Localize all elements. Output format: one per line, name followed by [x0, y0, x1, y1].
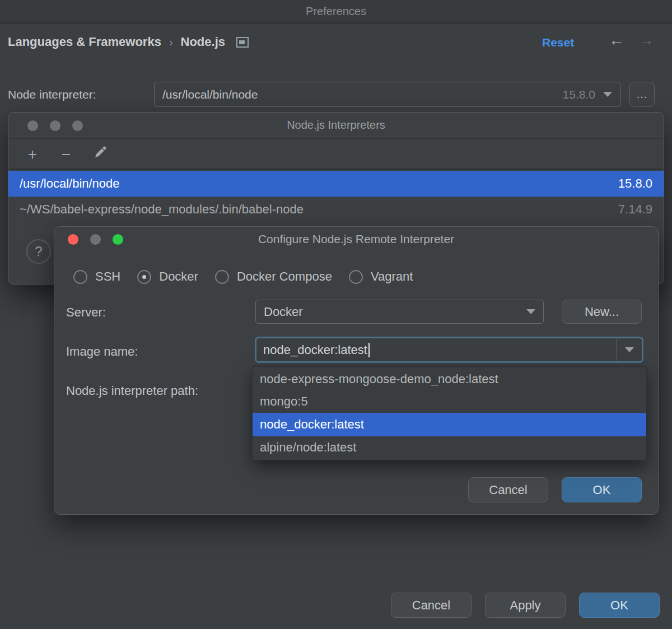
zoom-traffic-icon[interactable] — [113, 234, 123, 245]
radio-docker-label: Docker — [159, 269, 198, 284]
image-suggestions-popup: node-express-mongoose-demo_node:latest m… — [252, 366, 647, 460]
suggestion-item[interactable]: node-express-mongoose-demo_node:latest — [253, 368, 646, 390]
text-caret — [368, 343, 370, 357]
suggestion-item[interactable]: mongo:5 — [253, 390, 646, 413]
node-interpreter-value: /usr/local/bin/node — [162, 88, 563, 101]
reset-button[interactable]: Reset — [542, 36, 574, 49]
chevron-down-icon — [526, 309, 535, 314]
server-select[interactable]: Docker — [255, 300, 544, 324]
ok-button[interactable]: OK — [562, 477, 642, 502]
breadcrumb-section[interactable]: Languages & Frameworks — [8, 35, 161, 49]
breadcrumb-page: Node.js — [181, 35, 225, 49]
server-label: Server: — [66, 305, 106, 320]
interpreter-row-selected[interactable]: /usr/local/bin/node 15.8.0 — [8, 171, 664, 197]
cancel-button[interactable]: Cancel — [468, 477, 548, 502]
radio-vagrant-label: Vagrant — [371, 269, 413, 284]
interpreter-version: 7.14.9 — [618, 202, 652, 217]
interpreter-path-label: Node.js interpreter path: — [66, 384, 198, 398]
interpreters-dialog-title: Node.js Interpreters — [287, 119, 385, 132]
interpreters-toolbar: + − — [8, 140, 664, 170]
radio-circle-icon[interactable] — [215, 270, 229, 284]
image-name-value: node_docker:latest — [263, 343, 367, 357]
interpreter-version: 15.8.0 — [618, 176, 652, 191]
image-name-combobox[interactable]: node_docker:latest — [255, 337, 643, 363]
suggestion-item[interactable]: alpine/node:latest — [253, 436, 646, 459]
minimize-traffic-icon[interactable] — [50, 120, 60, 131]
image-name-label: Image name: — [66, 344, 138, 359]
node-interpreter-version: 15.8.0 — [563, 88, 595, 101]
help-button[interactable]: ? — [26, 239, 51, 264]
forward-arrow-icon: → — [638, 31, 654, 49]
configure-dialog-title: Configure Node.js Remote Interpreter — [258, 232, 454, 246]
minimize-traffic-icon[interactable] — [90, 234, 101, 245]
interpreter-path: /usr/local/bin/node — [20, 176, 618, 191]
node-interpreter-label: Node interpreter: — [8, 88, 96, 101]
radio-ssh[interactable]: SSH — [73, 269, 120, 284]
interpreter-row[interactable]: ~/WS/babel-express/node_modules/.bin/bab… — [8, 197, 664, 222]
chevron-down-icon[interactable] — [603, 92, 612, 97]
radio-docker-compose[interactable]: Docker Compose — [215, 269, 332, 284]
browse-button[interactable]: ... — [629, 82, 655, 107]
remove-icon[interactable]: − — [58, 147, 74, 162]
preferences-window: Preferences Languages & Frameworks › Nod… — [0, 0, 672, 629]
image-name-input[interactable]: node_docker:latest — [256, 338, 616, 361]
radio-vagrant[interactable]: Vagrant — [349, 269, 413, 284]
interpreters-dialog-titlebar: Node.js Interpreters — [8, 113, 664, 139]
suggestion-item-selected[interactable]: node_docker:latest — [253, 413, 646, 436]
radio-ssh-label: SSH — [95, 269, 120, 284]
radio-docker-compose-label: Docker Compose — [237, 269, 332, 284]
node-interpreter-combobox[interactable]: /usr/local/bin/node 15.8.0 — [154, 82, 620, 107]
chevron-down-icon — [625, 347, 634, 352]
window-titlebar: Preferences — [0, 0, 672, 24]
combo-arrow-button[interactable] — [616, 338, 642, 361]
server-value: Docker — [264, 305, 526, 319]
footer-cancel-button[interactable]: Cancel — [391, 593, 472, 618]
breadcrumb: Languages & Frameworks › Node.js — [8, 35, 249, 49]
breadcrumb-separator-icon: › — [169, 36, 173, 49]
close-traffic-icon[interactable] — [68, 234, 78, 245]
radio-circle-icon[interactable] — [73, 270, 87, 284]
close-traffic-icon[interactable] — [27, 120, 38, 131]
window-mode-icon[interactable] — [236, 37, 249, 48]
edit-pencil-icon[interactable] — [91, 146, 108, 162]
radio-circle-icon[interactable] — [137, 270, 151, 284]
back-arrow-icon[interactable]: ← — [609, 31, 624, 49]
new-server-button[interactable]: New... — [562, 300, 642, 324]
interpreter-path: ~/WS/babel-express/node_modules/.bin/bab… — [20, 202, 618, 217]
radio-docker[interactable]: Docker — [137, 269, 198, 284]
window-title: Preferences — [306, 5, 366, 18]
footer-ok-button[interactable]: OK — [579, 593, 660, 618]
radio-circle-icon[interactable] — [349, 270, 363, 284]
footer-apply-button[interactable]: Apply — [485, 593, 566, 618]
zoom-traffic-icon[interactable] — [72, 120, 83, 131]
add-icon[interactable]: + — [24, 147, 41, 162]
header-row: Languages & Frameworks › Node.js Reset ←… — [0, 25, 672, 58]
configure-dialog-titlebar: Configure Node.js Remote Interpreter — [54, 227, 658, 251]
interpreter-type-radios: SSH Docker Docker Compose Vagrant — [73, 269, 421, 284]
